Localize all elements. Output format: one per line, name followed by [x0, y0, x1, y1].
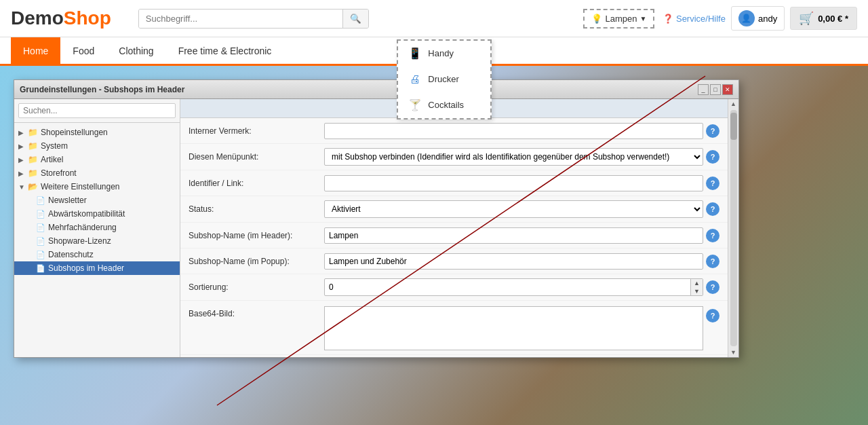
dropdown-item-handy[interactable]: 📱 Handy [398, 41, 490, 67]
logo: DemoShop [11, 7, 111, 29]
tree-item-shopeinstellungen[interactable]: ▶ 📁 Shopeinstellungen [14, 126, 180, 139]
search-button[interactable]: 🔍 [342, 10, 368, 28]
scroll-track[interactable] [730, 110, 737, 346]
base64-label: Base64-Bild: [189, 306, 324, 318]
subshop-header-control: ? [324, 227, 719, 244]
file-icon: 📄 [36, 251, 45, 259]
admin-modal: Grundeinstellungen - Subshops im Header … [14, 79, 739, 358]
tree-item-datenschutz[interactable]: 📄 Datenschutz [14, 248, 180, 261]
user-area: 👤 andy [731, 6, 785, 31]
diesen-select[interactable]: mit Subshop verbinden (Idendifier wird a… [324, 148, 703, 166]
service-link[interactable]: ❓ Service/Hilfe [663, 14, 726, 24]
modal-minimize-button[interactable]: _ [698, 84, 709, 95]
dropdown-item-drucker[interactable]: 🖨 Drucker [398, 67, 490, 92]
subshop-popup-control: ? [324, 253, 719, 270]
tree-item-storefront[interactable]: ▶ 📁 Storefront [14, 166, 180, 180]
tree-item-mehrfach[interactable]: 📄 Mehrfachänderung [14, 221, 180, 234]
file-icon: 📄 [36, 237, 45, 246]
folder-icon: 📂 [28, 182, 38, 191]
diesen-control: mit Subshop verbinden (Idendifier wird a… [324, 148, 719, 166]
lampen-icon: 💡 [591, 14, 602, 24]
sortierung-help[interactable]: ? [706, 280, 719, 294]
tree-item-system[interactable]: ▶ 📁 System [14, 139, 180, 153]
base64-textarea[interactable] [324, 306, 703, 350]
dropdown-item-cocktails[interactable]: 🍸 Cocktails [398, 92, 490, 118]
tree-item-subshops[interactable]: 📄 Subshops im Header [14, 261, 180, 275]
diesen-help[interactable]: ? [706, 150, 719, 164]
interner-vermerk-help[interactable]: ? [706, 124, 719, 138]
identifier-control: ? [324, 175, 719, 191]
tree-toggle-icon: ▶ [18, 156, 28, 164]
nav-item-clothing[interactable]: Clothing [106, 37, 165, 66]
sortierung-up[interactable]: ▲ [691, 279, 703, 287]
sortierung-input-wrap: ▲ ▼ [324, 278, 703, 296]
subshop-popup-help[interactable]: ? [706, 255, 719, 268]
status-row: Status: Aktiviert ? [180, 196, 728, 223]
identifier-label: Identifier / Link: [189, 179, 324, 188]
scroll-up-button[interactable]: ▲ [729, 99, 738, 109]
top-bar: DemoShop 🔍 💡 Lampen ▼ 📱 Handy 🖨 Drucker … [0, 0, 868, 37]
nav-item-food[interactable]: Food [60, 37, 106, 66]
username: andy [758, 14, 777, 24]
sortierung-row: Sortierung: ▲ ▼ ? [180, 274, 728, 301]
cocktails-label: Cocktails [428, 100, 464, 110]
file-icon: 📄 [36, 223, 45, 232]
lampen-label: Lampen [605, 14, 637, 24]
tree-toggle-icon: ▶ [18, 170, 28, 177]
status-help[interactable]: ? [706, 202, 719, 216]
modal-titlebar: Grundeinstellungen - Subshops im Header … [14, 80, 738, 99]
sortierung-down[interactable]: ▼ [691, 287, 703, 295]
interner-vermerk-control: ? [324, 123, 719, 139]
cart-area[interactable]: 🛒 0,00 € * [790, 7, 857, 30]
interner-vermerk-row: Interner Vermerk: ? [180, 118, 728, 144]
tree-item-abwaerts[interactable]: 📄 Abwärtskompatibilität [14, 207, 180, 221]
sortierung-control: ▲ ▼ ? [324, 278, 719, 296]
nav-item-freetime[interactable]: Free time & Electronic [166, 37, 284, 66]
cocktails-icon: 🍸 [408, 98, 422, 113]
subshop-header-input[interactable] [324, 227, 703, 244]
cart-price: 0,00 € * [818, 14, 848, 24]
logo-demo: Demo [11, 7, 64, 29]
tree-item-artikel[interactable]: ▶ 📁 Artikel [14, 153, 180, 166]
scroll-down-button[interactable]: ▼ [729, 348, 738, 357]
lampen-chevron-icon: ▼ [639, 15, 646, 22]
lampen-button[interactable]: 💡 Lampen ▼ [583, 9, 654, 29]
sidebar-search-input[interactable] [18, 103, 176, 118]
status-label: Status: [189, 204, 324, 214]
tree-item-lizenz[interactable]: 📄 Shopware-Lizenz [14, 234, 180, 248]
identifier-row: Identifier / Link: ? [180, 170, 728, 196]
file-icon: 📄 [36, 196, 45, 205]
folder-icon: 📁 [28, 128, 38, 137]
modal-close-button[interactable]: ✕ [722, 84, 733, 95]
main-content: Grundeinstellungen - Subshops im Header … [0, 66, 868, 425]
interner-vermerk-input[interactable] [324, 123, 703, 139]
form-panel: Menüeintrag #1 Interner Vermerk: ? Diese… [180, 99, 728, 357]
modal-body: ▶ 📁 Shopeinstellungen ▶ 📁 System ▶ 📁 Art… [14, 99, 738, 357]
lampen-area: 💡 Lampen ▼ 📱 Handy 🖨 Drucker 🍸 Cocktails [583, 9, 654, 29]
scroll-thumb [730, 113, 737, 140]
subshop-header-help[interactable]: ? [706, 229, 719, 242]
nav-item-home[interactable]: Home [11, 37, 60, 66]
modal-maximize-button[interactable]: □ [710, 84, 721, 95]
diesen-label: Diesen Menüpunkt: [189, 152, 324, 162]
subshop-popup-input[interactable] [324, 253, 703, 270]
subshop-header-row: Subshop-Name (im Header): ? [180, 223, 728, 248]
logo-shop: Shop [64, 7, 111, 29]
base64-help[interactable]: ? [706, 309, 719, 322]
folder-icon: 📁 [28, 168, 38, 178]
drucker-icon: 🖨 [408, 72, 422, 87]
status-select[interactable]: Aktiviert [324, 200, 703, 218]
folder-icon: 📁 [28, 141, 38, 151]
sortierung-input[interactable] [325, 280, 690, 295]
sidebar-tree: ▶ 📁 Shopeinstellungen ▶ 📁 System ▶ 📁 Art… [14, 123, 180, 357]
tree-toggle-icon: ▼ [18, 183, 28, 191]
tree-toggle-icon: ▶ [18, 129, 28, 136]
base64-row: Base64-Bild: ? [180, 301, 728, 355]
sidebar-panel: ▶ 📁 Shopeinstellungen ▶ 📁 System ▶ 📁 Art… [14, 99, 180, 357]
search-input[interactable] [139, 10, 342, 28]
tree-toggle-icon: ▶ [18, 143, 28, 150]
tree-item-weitere[interactable]: ▼ 📂 Weitere Einstellungen [14, 180, 180, 193]
tree-item-newsletter[interactable]: 📄 Newsletter [14, 193, 180, 207]
identifier-help[interactable]: ? [706, 177, 719, 190]
identifier-input[interactable] [324, 175, 703, 191]
